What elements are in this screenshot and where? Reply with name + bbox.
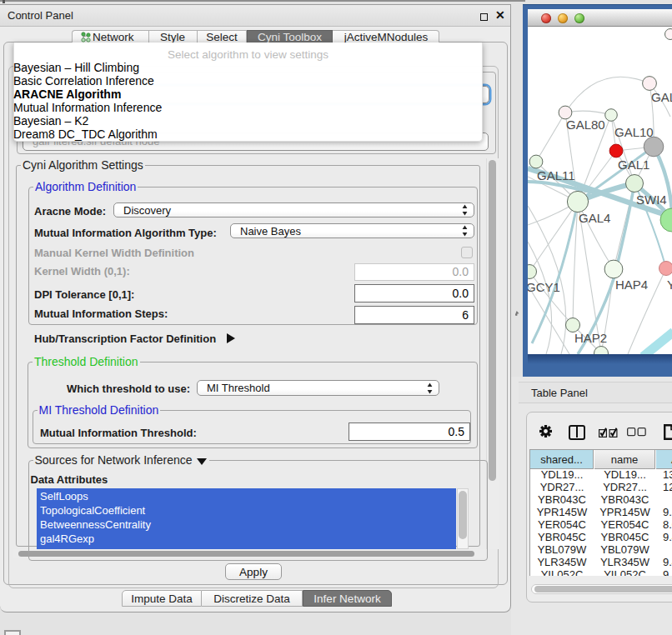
svg-text:HAP2: HAP2 bbox=[574, 331, 607, 345]
svg-text:Y: Y bbox=[667, 278, 672, 292]
svg-text:GAL11: GAL11 bbox=[537, 168, 575, 182]
svg-text:GAL4: GAL4 bbox=[579, 211, 610, 225]
svg-text:GAL2: GAL2 bbox=[651, 90, 672, 104]
svg-text:HAP4: HAP4 bbox=[615, 278, 648, 292]
svg-text:GAL1: GAL1 bbox=[618, 158, 649, 172]
svg-text:GAL80: GAL80 bbox=[566, 118, 605, 132]
svg-text:GCY1: GCY1 bbox=[528, 280, 560, 294]
svg-text:GAL10: GAL10 bbox=[614, 125, 654, 139]
svg-text:SWI4: SWI4 bbox=[636, 192, 667, 207]
